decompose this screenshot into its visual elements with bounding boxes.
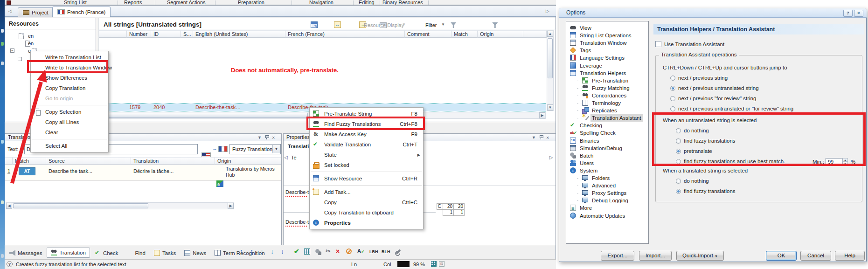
tab-project[interactable]: Project — [18, 7, 54, 17]
menu-item-set-locked[interactable]: Set locked — [310, 160, 423, 170]
min-match-input[interactable]: 99 — [826, 158, 842, 166]
menu-item-state[interactable]: State▶ — [310, 150, 423, 160]
view-mode-icon[interactable] — [431, 261, 437, 267]
move-down-icon[interactable]: ↓ — [260, 248, 264, 255]
translation-panel-hscrollbar[interactable]: ◀ ▶ — [6, 202, 234, 209]
set-locked-icon[interactable] — [346, 248, 352, 254]
confirm-translation-icon[interactable]: ✔ — [294, 248, 299, 255]
menu-item-copy[interactable]: CopyCtrl+C — [310, 197, 423, 207]
scroll-right-icon[interactable]: ▶ — [539, 112, 545, 118]
options-tree-item-binaries[interactable]: Binaries — [566, 137, 648, 145]
tree-collapse-icon[interactable]: − — [10, 48, 14, 53]
options-tree-item-proxy-settings[interactable]: Proxy Settings — [566, 189, 648, 197]
scroll-down-icon[interactable]: ▼ — [547, 104, 553, 110]
chevron-down-icon[interactable]: ▼ — [272, 145, 280, 153]
bottom-tab-news[interactable]: News — [181, 248, 210, 258]
untranslated-radio-do-nothing[interactable] — [676, 128, 681, 133]
chevron-down-icon[interactable]: ▼ — [441, 22, 445, 27]
lrh-toggle[interactable]: LRH — [369, 249, 378, 255]
hscroll-thumb[interactable] — [106, 113, 308, 118]
ribbon-tab-preparation[interactable]: Preparation — [238, 0, 264, 5]
resource-view-icon[interactable] — [304, 248, 310, 255]
column-header-id[interactable]: ID — [151, 30, 181, 38]
fuzzy-column-header-source[interactable]: Source — [46, 157, 131, 165]
options-tree-item-string-list-operations[interactable]: String List Operations — [566, 32, 648, 39]
vscroll-thumb[interactable] — [548, 38, 553, 78]
cancel-button[interactable]: Cancel — [800, 251, 831, 261]
options-tree-item-users[interactable]: Users — [566, 159, 648, 167]
tab-scroll-right-icon[interactable]: ▷ — [546, 8, 549, 14]
jump-radio-next-previous-string[interactable] — [670, 76, 675, 81]
swap-columns-icon[interactable] — [334, 21, 341, 28]
scroll-left-icon[interactable]: ◀ — [6, 203, 12, 209]
column-header-s[interactable]: S... — [181, 30, 193, 38]
ribbon-tab-segment-actions[interactable]: Segment Actions — [167, 0, 206, 5]
options-tree-item-simulation-debug[interactable]: Simulation/Debug — [566, 145, 648, 152]
close-icon[interactable]: × — [272, 134, 275, 141]
ribbon-tab-reports[interactable]: Reports — [124, 0, 142, 5]
use-translation-assistant-checkbox[interactable] — [655, 41, 661, 47]
expand-right-icon[interactable]: ▷ — [549, 155, 553, 160]
options-tree-item-replicates[interactable]: Replicates — [566, 107, 648, 114]
untranslated-radio-find-fuzzy-translations[interactable] — [676, 138, 681, 144]
translated-radio-find-fuzzy-translations[interactable] — [676, 189, 681, 194]
column-header-match[interactable]: Match — [451, 30, 478, 38]
options-tree-item-checking[interactable]: Checking — [566, 122, 648, 129]
help-button[interactable]: Help — [835, 251, 865, 261]
move-top-icon[interactable]: ↑ — [250, 248, 253, 255]
string-table-vscrollbar[interactable]: ▲ ▼ — [547, 30, 554, 111]
menu-item-go-to-origin[interactable]: Go to origin — [31, 93, 108, 103]
min-match-stepper[interactable]: ▲▼ — [842, 158, 848, 166]
options-dialog-titlebar[interactable]: Options — [559, 8, 867, 18]
menu-item-show-differences[interactable]: Show Differences — [31, 73, 108, 83]
options-tree-item-fuzzy-matching[interactable]: Fuzzy Matching — [566, 84, 648, 92]
options-tree-item-spelling-check[interactable]: Spelling Check — [566, 129, 648, 137]
menu-item-clear[interactable]: Clear — [31, 127, 108, 138]
bottom-tab-messages[interactable]: Messages — [6, 248, 46, 258]
fuzzy-row-number[interactable]: 1 — [7, 168, 10, 173]
options-tree-item-translation-window[interactable]: Translation Window — [566, 39, 648, 47]
bottom-tab-tasks[interactable]: Tasks — [150, 248, 180, 258]
jump-radio-next-previous-untranslated-or-for-review-string[interactable] — [670, 106, 675, 111]
menu-item-pre-translate-string[interactable]: Pre-Translate StringF8 — [310, 109, 423, 119]
edit-string-icon[interactable] — [311, 21, 318, 28]
options-tree-item-leverage[interactable]: Leverage — [566, 62, 648, 69]
bottom-tab-find[interactable]: Find — [123, 248, 149, 258]
dialog-close-icon[interactable]: × — [854, 10, 863, 17]
column-header-blank[interactable] — [99, 30, 127, 38]
options-tree-item-view[interactable]: View — [566, 24, 648, 32]
fuzzy-column-header-translation[interactable]: Translation — [131, 157, 215, 165]
ribbon-tab-navigation[interactable]: Navigation — [309, 0, 333, 5]
ribbon-tab-editing[interactable]: Editing — [359, 0, 375, 5]
options-tree-item-translation-helpers[interactable]: Translation Helpers — [566, 69, 648, 77]
untranslated-radio-find-fuzzy-translations-and-use-best-match[interactable] — [676, 159, 681, 164]
rlh-toggle[interactable]: RLH — [382, 249, 390, 255]
options-tree-item-language-settings[interactable]: Language Settings — [566, 54, 648, 62]
menu-item-show-resource[interactable]: Show ResourceCtrl+R — [310, 173, 423, 184]
collapse-left-icon[interactable]: ◁ — [284, 155, 288, 160]
options-tree-item-terminology[interactable]: Terminology — [566, 99, 648, 107]
column-header-french-france[interactable]: French (France) — [285, 30, 405, 38]
menu-item-make-access-key[interactable]: Make Access KeyF9 — [310, 129, 423, 139]
untranslated-radio-pretranslate[interactable] — [676, 149, 681, 154]
jump-radio-next-previous-for-review-string[interactable] — [670, 96, 675, 101]
jump-radio-next-previous-untranslated-string[interactable] — [670, 86, 675, 91]
menu-item-copy-translation[interactable]: Copy Translation — [31, 83, 108, 93]
scroll-up-icon[interactable]: ▲ — [547, 31, 553, 37]
menu-item-write-to-translation-window[interactable]: Write to Translation Window — [31, 62, 108, 73]
access-key-check-icon[interactable]: A — [357, 248, 361, 254]
move-next-icon[interactable]: ↓ — [271, 248, 274, 255]
menu-item-find-fuzzy-translations[interactable]: Find Fuzzy TranslationsCtrl+F8 — [310, 119, 423, 129]
stepper-down-icon[interactable]: ▼ — [842, 162, 848, 166]
close-icon[interactable]: × — [546, 134, 549, 141]
export-button[interactable]: Export... — [601, 251, 634, 261]
scroll-right-icon[interactable]: ▶ — [228, 203, 234, 209]
dialog-help-icon[interactable]: ? — [843, 10, 853, 17]
options-tree-item-system[interactable]: System — [566, 167, 648, 174]
options-tree-item-automatic-updates[interactable]: Automatic Updates — [566, 212, 648, 220]
options-tree-item-advanced[interactable]: Advanced — [566, 182, 648, 189]
fuzzy-column-header-match[interactable]: Match — [13, 157, 46, 165]
ribbon-tab-string-list[interactable]: String List — [64, 0, 87, 5]
column-header-origin[interactable]: Origin — [478, 30, 523, 38]
options-tree-item-more[interactable]: More — [566, 204, 648, 212]
